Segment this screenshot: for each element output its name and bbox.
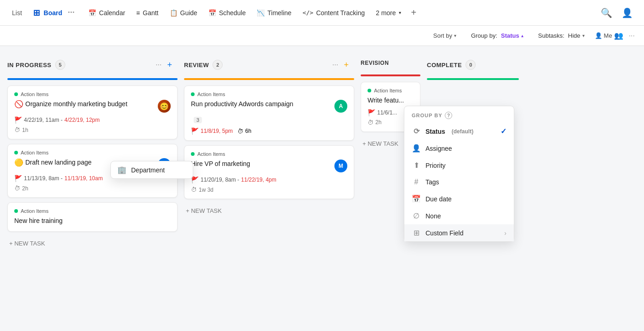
column-menu-review[interactable]: ··· <box>332 61 338 69</box>
board-icon: ⊞ <box>33 8 40 18</box>
time-icon: ⏱ <box>368 119 374 126</box>
flag-icon: 🚩 <box>14 175 22 182</box>
task-label-dot <box>14 92 18 96</box>
date-end: 11/13/19, 10am <box>64 175 103 182</box>
task-title: New hire training <box>14 217 171 226</box>
search-icon[interactable]: 🔍 <box>597 6 616 20</box>
time-icon: ⏱ <box>14 185 20 192</box>
department-label: Department <box>131 166 165 174</box>
dropdown-item-priority[interactable]: ⬆ Priority <box>404 157 514 174</box>
task-time: 1h <box>22 127 28 133</box>
dropdown-item-due-date[interactable]: 📅 Due date <box>404 190 514 207</box>
dropdown-item-none[interactable]: ∅ None <box>404 207 514 224</box>
time-icon: ⏱ <box>237 128 243 135</box>
gantt-icon: ≡ <box>136 9 140 17</box>
me-label: Me <box>604 32 612 39</box>
task-category: Action Items <box>197 91 225 97</box>
task-title: Hire VP of marketing <box>191 160 331 169</box>
schedule-nav-item[interactable]: 📅 Schedule <box>204 6 250 19</box>
dropdown-item-left: ∅ None <box>412 211 441 220</box>
subtasks-label: Subtasks: <box>538 32 564 39</box>
task-card-organize-budget[interactable]: Action Items 🚫 Organize monthly marketin… <box>7 86 178 139</box>
task-title: Organize monthly marketing budget <box>25 100 154 109</box>
board-more-dots[interactable]: ··· <box>65 6 77 19</box>
more-nav-item[interactable]: 2 more ▾ <box>371 6 406 19</box>
list-nav-item[interactable]: List <box>7 6 27 19</box>
column-add-review[interactable]: + <box>344 60 349 70</box>
task-title-row: New hire training <box>14 217 171 226</box>
dropdown-label-priority: Priority <box>426 162 446 169</box>
dropdown-item-assignee[interactable]: 👤 Assignee <box>404 140 514 157</box>
task-label-dot <box>14 151 18 154</box>
task-label-dot <box>14 209 18 213</box>
column-menu-in-progress[interactable]: ··· <box>155 61 161 69</box>
task-card-adwords[interactable]: Action Items Run productivity Adwords ca… <box>184 86 354 141</box>
people-icon: 👥 <box>614 31 623 40</box>
task-time: 2h <box>22 185 28 192</box>
help-icon[interactable]: ? <box>445 112 452 119</box>
subtasks-button[interactable]: Subtasks: Hide ▾ <box>534 30 589 41</box>
task-card-new-hire[interactable]: Action Items New hire training <box>7 202 178 232</box>
column-header-revision: REVISION <box>361 55 420 71</box>
dropdown-label-none: None <box>426 212 441 220</box>
guide-label: Guide <box>180 9 197 17</box>
task-avatar: A <box>334 100 347 113</box>
calendar-icon: 📅 <box>88 9 96 17</box>
new-task-button-review[interactable]: + NEW TASK <box>184 204 354 218</box>
department-submenu-item[interactable]: 🏢 Department <box>111 161 193 178</box>
task-card-hire-vp[interactable]: Action Items Hire VP of marketing M 🚩 11… <box>184 145 354 199</box>
sort-by-chevron-icon: ▾ <box>454 33 456 38</box>
content-tracking-nav-item[interactable]: </> Content Tracking <box>298 6 369 19</box>
department-submenu: 🏢 Department <box>110 161 193 179</box>
column-bar-in-progress <box>7 78 178 80</box>
timeline-nav-item[interactable]: 📉 Timeline <box>252 6 296 19</box>
task-label-dot <box>191 92 195 96</box>
date-start: 11/6/1... <box>377 109 397 116</box>
add-view-button[interactable]: + <box>408 6 420 20</box>
group-by-dropdown: GROUP BY ? ⟳ Status (default) ✓ 👤 Assign… <box>404 106 514 242</box>
me-filter-button[interactable]: 👤 Me 👥 <box>595 31 623 40</box>
task-category: Action Items <box>197 151 225 157</box>
dropdown-item-left: 📅 Due date <box>412 194 452 203</box>
content-tracking-label: Content Tracking <box>316 9 365 17</box>
calendar-nav-item[interactable]: 📅 Calendar <box>84 6 130 19</box>
group-by-chevron-icon: ▴ <box>521 33 523 38</box>
date-end: 11/8/19, 5pm <box>201 128 233 134</box>
none-icon: ∅ <box>412 211 421 220</box>
sort-by-button[interactable]: Sort by ▾ <box>429 30 461 41</box>
assignee-icon: 👤 <box>412 144 421 153</box>
task-time: 2h <box>375 119 381 126</box>
status-sync-icon: ⟳ <box>412 127 421 136</box>
date-start: 11/13/19, 8am - <box>24 175 63 182</box>
task-title: Write featu... <box>368 96 414 105</box>
gantt-nav-item[interactable]: ≡ Gantt <box>132 6 163 19</box>
guide-nav-item[interactable]: 📋 Guide <box>165 6 202 19</box>
column-add-in-progress[interactable]: + <box>167 60 172 70</box>
group-by-value: Status <box>501 32 519 39</box>
dropdown-label-status: Status <box>426 128 445 135</box>
dropdown-item-left: ⊞ Custom Field <box>412 228 463 237</box>
group-by-button[interactable]: Group by: Status ▴ <box>466 30 528 41</box>
date-start: 4/22/19, 11am - <box>24 117 63 123</box>
dropdown-item-custom-field[interactable]: ⊞ Custom Field › <box>404 224 514 241</box>
dropdown-item-left: ⟳ Status (default) <box>412 127 473 136</box>
tags-icon: # <box>412 178 421 186</box>
dropdown-item-status[interactable]: ⟳ Status (default) ✓ <box>404 123 514 140</box>
schedule-label: Schedule <box>219 9 246 17</box>
new-task-button-in-progress[interactable]: + NEW TASK <box>7 236 178 251</box>
toolbar-more-icon[interactable]: ··· <box>629 32 635 40</box>
dropdown-item-left: # Tags <box>412 178 439 186</box>
column-bar-review <box>184 78 354 80</box>
board-nav-item[interactable]: ⊞ Board ··· <box>29 3 82 22</box>
dropdown-item-tags[interactable]: # Tags <box>404 174 514 190</box>
dropdown-item-left: ⬆ Priority <box>412 161 446 170</box>
task-meta: ⏱ 1w 3d <box>191 186 347 193</box>
more-chevron-icon: ▾ <box>399 10 401 15</box>
user-icon[interactable]: 👤 <box>618 6 637 20</box>
default-label: (default) <box>452 128 473 135</box>
task-avatar: 😊 <box>158 100 171 113</box>
task-title-row: Hire VP of marketing M <box>191 160 347 172</box>
dropdown-label-custom-field: Custom Field <box>426 229 463 237</box>
task-dates: 🚩 4/22/19, 11am - 4/22/19, 12pm <box>14 116 171 124</box>
task-label-dot <box>368 89 371 92</box>
